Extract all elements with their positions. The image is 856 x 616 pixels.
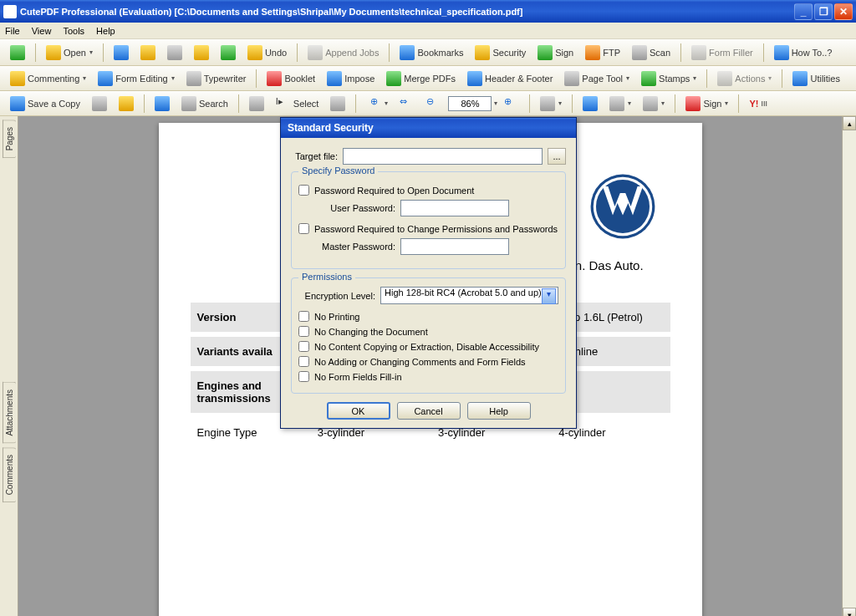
sign-toolbar-button[interactable]: Sign▾	[680, 93, 733, 115]
zoom-in-button-2[interactable]: ⊕	[499, 93, 524, 115]
booklet-button[interactable]: Booklet	[262, 68, 320, 89]
tab-attachments[interactable]: Attachments	[3, 382, 16, 444]
nav-back-button[interactable]	[5, 42, 30, 64]
select-tool-button[interactable]: I▸Select	[271, 93, 324, 115]
folder-open-icon	[46, 45, 61, 60]
maximize-button[interactable]: ❐	[814, 3, 833, 20]
folder-button[interactable]	[135, 42, 160, 64]
zoom-in-button[interactable]: ⊕▾	[361, 93, 393, 115]
comment-icon	[10, 71, 25, 86]
ftp-icon	[585, 45, 600, 60]
header-footer-button[interactable]: Header & Footer	[462, 68, 558, 89]
browse-button[interactable]: ...	[548, 148, 566, 165]
minimize-button[interactable]: _	[794, 3, 813, 20]
rotate-button[interactable]: ▾	[535, 93, 567, 115]
save-button[interactable]	[109, 42, 134, 64]
targetfile-label: Target file:	[291, 151, 338, 161]
merge-pdfs-button[interactable]: Merge PDFs	[381, 68, 461, 89]
scanner-icon	[632, 45, 647, 60]
actions-button[interactable]: Actions▾	[712, 68, 777, 89]
user-pw-label: User Password:	[313, 203, 395, 213]
form-editing-button[interactable]: Form Editing▾	[93, 68, 179, 89]
menu-tools[interactable]: Tools	[63, 26, 84, 36]
impose-button[interactable]: Impose	[322, 68, 380, 89]
menu-view[interactable]: View	[32, 26, 52, 36]
no-printing-checkbox[interactable]	[298, 311, 309, 322]
pw-open-checkbox[interactable]	[298, 185, 309, 196]
tools-icon	[792, 71, 808, 86]
print-button-2[interactable]	[87, 93, 112, 115]
permissions-group: Permissions Encryption Level:High 128-bi…	[291, 277, 566, 394]
fit-width-button[interactable]: ⇔	[395, 93, 420, 115]
utilities-button[interactable]: Utilities	[787, 68, 844, 89]
stamp-icon	[641, 71, 656, 86]
typewriter-button[interactable]: Typewriter	[181, 68, 252, 89]
sign-icon	[538, 45, 553, 60]
sign-button[interactable]: Sign	[532, 42, 578, 64]
web-button[interactable]	[150, 93, 175, 115]
ftp-button[interactable]: FTP	[580, 42, 625, 64]
yahoo-button[interactable]: Y!III	[744, 95, 772, 112]
vertical-scrollbar[interactable]: ▴ ▾	[842, 116, 856, 616]
merge-icon	[386, 71, 401, 86]
no-fillin-checkbox[interactable]	[298, 371, 309, 382]
save-copy-button[interactable]: Save a Copy	[5, 93, 85, 115]
page-tool-button[interactable]: Page Tool▾	[559, 68, 634, 89]
no-copying-checkbox[interactable]	[298, 341, 309, 352]
help-button[interactable]: Help	[467, 402, 531, 420]
app-icon	[3, 5, 17, 18]
pw-change-checkbox[interactable]	[298, 223, 309, 234]
booklet-icon	[267, 71, 282, 86]
enc-level-label: Encryption Level:	[298, 291, 375, 301]
window-title: CutePDF Professional (Evaluation) [C:\Do…	[20, 7, 794, 17]
snapshot-button[interactable]	[325, 93, 350, 115]
zoom-out-button[interactable]: ⊖	[421, 93, 446, 115]
master-password-input[interactable]	[400, 238, 509, 255]
fit-icon: ⇔	[400, 96, 415, 111]
export-button[interactable]	[216, 42, 241, 64]
menu-file[interactable]: File	[5, 26, 20, 36]
menu-help[interactable]: Help	[96, 26, 115, 36]
scan-button[interactable]: Scan	[627, 42, 675, 64]
export-icon	[221, 45, 236, 60]
search-button[interactable]: Search	[176, 93, 233, 115]
page-tool-icon	[564, 71, 579, 86]
binoculars-icon	[181, 96, 196, 111]
cancel-button[interactable]: Cancel	[397, 402, 461, 420]
scroll-up-button[interactable]: ▴	[843, 116, 856, 130]
howto-button[interactable]: How To..?	[769, 42, 838, 64]
commenting-button[interactable]: Commenting▾	[5, 68, 91, 89]
yahoo-icon: Y!	[749, 99, 758, 109]
text-box-button[interactable]	[578, 93, 603, 115]
zoom-input[interactable]	[448, 96, 492, 111]
bookmarks-button[interactable]: Bookmarks	[395, 42, 468, 64]
encryption-select[interactable]: High 128-bit RC4 (Acrobat 5.0 and up)	[380, 287, 558, 304]
undo-button[interactable]: Undo	[242, 42, 292, 64]
user-password-input[interactable]	[400, 200, 509, 216]
specify-password-group: Specify Password Password Required to Op…	[291, 171, 566, 269]
security-button[interactable]: Security	[470, 42, 531, 64]
form-filler-button[interactable]: Form Filler	[686, 42, 758, 64]
print-button[interactable]	[162, 42, 187, 64]
menubar: File View Tools Help	[0, 23, 856, 39]
no-changing-checkbox[interactable]	[298, 326, 309, 337]
vw-logo-icon	[589, 173, 656, 240]
close-button[interactable]: ✕	[834, 3, 853, 20]
targetfile-input[interactable]	[343, 148, 543, 165]
open-button[interactable]: Open▾	[41, 42, 98, 64]
ok-button[interactable]: OK	[327, 402, 390, 420]
append-jobs-button[interactable]: Append Jobs	[303, 42, 384, 64]
zoom-out-icon: ⊖	[426, 96, 441, 111]
scroll-down-button[interactable]: ▾	[843, 608, 856, 616]
no-comments-checkbox[interactable]	[298, 356, 309, 367]
textbox-icon	[583, 96, 598, 111]
mail-button[interactable]	[189, 42, 214, 64]
zoom-dropdown[interactable]: ▾	[494, 99, 497, 107]
hand-tool-button[interactable]	[244, 93, 269, 115]
mail-button-2[interactable]	[114, 93, 139, 115]
undo-button-2[interactable]: ▾	[604, 93, 636, 115]
clipboard-button[interactable]: ▾	[638, 93, 670, 115]
tab-pages[interactable]: Pages	[3, 120, 16, 158]
stamps-button[interactable]: Stamps▾	[636, 68, 701, 89]
tab-comments[interactable]: Comments	[3, 447, 16, 502]
